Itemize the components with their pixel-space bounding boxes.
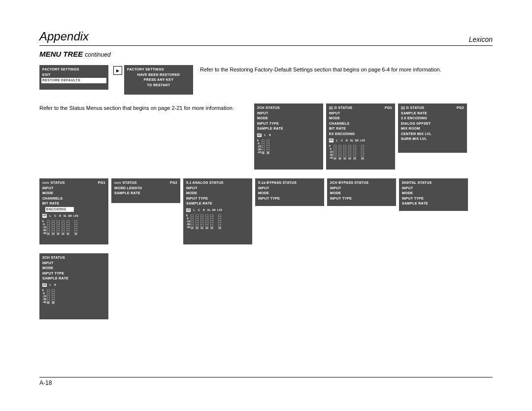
panel-2ch-bypass-status: 2CH BYPASS STATUS INPUT MODE INPUT TYPE: [327, 178, 396, 206]
subtitle: MENU TREE continued: [39, 50, 493, 58]
fb-l3: PRESS ANY KEY: [127, 77, 190, 83]
dd-icon: ▯▯: [329, 106, 333, 109]
meter-dts1: dB LCRSLSRLFE 0-6-15-30-45: [42, 214, 105, 235]
page-number: A-18: [39, 377, 493, 386]
p2ch-r1: INPUT: [257, 111, 320, 116]
row-factory: FACTORY SETTINGS EXIT RESTORE DEFAULTS ▶…: [39, 65, 493, 95]
fb-l2: HAVE BEEN RESTORED: [127, 72, 190, 78]
panel-factory-settings: FACTORY SETTINGS EXIT RESTORE DEFAULTS: [39, 65, 108, 90]
panel-2ch-status-2: 2CH STATUS INPUT MODE INPUT TYPE SAMPLE …: [39, 253, 108, 319]
subtitle-main: MENU TREE: [39, 50, 83, 58]
p2ch-r2: MODE: [257, 116, 320, 121]
db-label: dB: [257, 134, 262, 137]
note-status: Refer to the Status Menus section that b…: [39, 104, 251, 112]
panel-51-analog-status: 5.1 ANALOG STATUS INPUT MODE INPUT TYPE …: [183, 178, 252, 244]
meter-2ch: dB L R 0 -6 -15 -30 -45: [257, 134, 320, 155]
fa-l3: RESTORE DEFAULTS: [41, 78, 106, 83]
fa-l2: EXIT: [42, 72, 105, 78]
page-header: Appendix Lexicon: [39, 30, 493, 46]
panel-digital-status: DIGITAL STATUS INPUT MODE INPUT TYPE SAM…: [399, 178, 468, 211]
header-brand: Lexicon: [469, 35, 493, 43]
row-status-mid: ▭▭ STATUS PG1 INPUT MODE CHANNELS BIT RA…: [39, 178, 493, 244]
meter-dd1: dB L C R SL SR LFE 0-6-15-30-45: [329, 138, 392, 160]
p2ch-r3: INPUT TYPE: [257, 121, 320, 127]
p2ch-r4: SAMPLE RATE: [257, 126, 320, 132]
page: Appendix Lexicon MENU TREE continued FAC…: [0, 0, 532, 411]
header-appendix: Appendix: [39, 30, 89, 43]
panel-dts-status-pg2: ▭▭ STATUS PG2 WORD LENGTH SAMPLE RATE: [111, 178, 180, 203]
subtitle-cont: continued: [85, 51, 111, 58]
row-status-top: Refer to the Status Menus section that b…: [39, 103, 493, 170]
fb-l4: TO RESTART: [127, 83, 190, 88]
panel-dd-status-pg1: ▯▯ D STATUS PG1 INPUT MODE CHANNELS BIT …: [326, 103, 395, 170]
panel-factory-restored: FACTORY SETTINGS HAVE BEEN RESTORED PRES…: [124, 65, 193, 95]
meter-51a: dB LCRSLSRLFE 0-6-15-30-45: [186, 208, 249, 230]
fa-l1: FACTORY SETTINGS: [42, 67, 105, 72]
fb-l1: FACTORY SETTINGS: [127, 67, 190, 72]
panel-51a-bypass-status: 5.1a BYPASS STATUS INPUT MODE INPUT TYPE: [255, 178, 324, 206]
p2ch-t: 2CH STATUS: [257, 105, 320, 111]
panel-dd-status-pg2: ▯▯ D STATUS PG2 SAMPLE RATE 2.0 ENCODING…: [398, 103, 467, 153]
arrow-icon: ▶: [113, 66, 122, 75]
note-factory: Refer to the Restoring Factory-Default S…: [200, 66, 441, 73]
row-status-bottom: 2CH STATUS INPUT MODE INPUT TYPE SAMPLE …: [39, 253, 493, 319]
panel-2ch-status: 2CH STATUS INPUT MODE INPUT TYPE SAMPLE …: [254, 103, 323, 170]
panel-dts-status-pg1: ▭▭ STATUS PG1 INPUT MODE CHANNELS BIT RA…: [39, 178, 108, 244]
meter-2ch-2: dB LR 0-6-15-30-45: [42, 283, 105, 305]
